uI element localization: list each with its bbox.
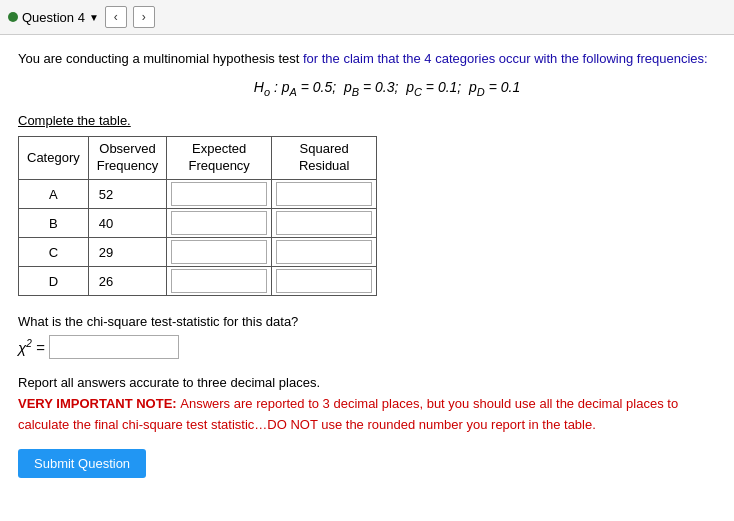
col-header-squared: SquaredResidual: [272, 137, 377, 180]
col-header-expected: ExpectedFrequency: [167, 137, 272, 180]
table-cell-observed: 29: [88, 238, 166, 267]
next-question-button[interactable]: ›: [133, 6, 155, 28]
table-cell-squared[interactable]: [272, 209, 377, 238]
table-cell-expected[interactable]: [167, 209, 272, 238]
expected-frequency-input-b[interactable]: [171, 211, 267, 235]
chi-square-input[interactable]: [49, 335, 179, 359]
question-dropdown-arrow[interactable]: ▼: [89, 12, 99, 23]
squared-residual-input-a[interactable]: [276, 182, 372, 206]
note-section: Report all answers accurate to three dec…: [18, 373, 716, 435]
submit-question-button[interactable]: Submit Question: [18, 449, 146, 478]
chi-square-question: What is the chi-square test-statistic fo…: [18, 314, 716, 329]
question-label: Question 4: [22, 10, 85, 25]
table-cell-squared[interactable]: [272, 238, 377, 267]
chi-square-row: χ2 =: [18, 335, 716, 359]
intro-blue-text: for the claim that the 4 categories occu…: [303, 51, 708, 66]
top-bar: Question 4 ▼ ‹ ›: [0, 0, 734, 35]
table-cell-observed: 26: [88, 267, 166, 296]
table-cell-observed: 52: [88, 180, 166, 209]
table-cell-category: D: [19, 267, 89, 296]
table-cell-expected[interactable]: [167, 180, 272, 209]
table-cell-category: A: [19, 180, 89, 209]
chi-square-section: What is the chi-square test-statistic fo…: [18, 314, 716, 359]
squared-residual-input-c[interactable]: [276, 240, 372, 264]
table-cell-squared[interactable]: [272, 267, 377, 296]
note-line1: Report all answers accurate to three dec…: [18, 373, 716, 394]
chi-label: χ2 =: [18, 338, 45, 356]
table-cell-category: B: [19, 209, 89, 238]
question-selector: Question 4 ▼: [8, 10, 99, 25]
prev-question-button[interactable]: ‹: [105, 6, 127, 28]
table-cell-expected[interactable]: [167, 238, 272, 267]
squared-residual-input-b[interactable]: [276, 211, 372, 235]
col-header-category: Category: [19, 137, 89, 180]
expected-frequency-input-c[interactable]: [171, 240, 267, 264]
expected-frequency-input-d[interactable]: [171, 269, 267, 293]
table-cell-observed: 40: [88, 209, 166, 238]
note-line2: VERY IMPORTANT NOTE: Answers are reporte…: [18, 394, 716, 436]
table-cell-category: C: [19, 238, 89, 267]
table-cell-expected[interactable]: [167, 267, 272, 296]
squared-residual-input-d[interactable]: [276, 269, 372, 293]
main-content: You are conducting a multinomial hypothe…: [0, 35, 734, 492]
col-header-observed: ObservedFrequency: [88, 137, 166, 180]
intro-paragraph: You are conducting a multinomial hypothe…: [18, 49, 716, 69]
expected-frequency-input-a[interactable]: [171, 182, 267, 206]
table-row: A52: [19, 180, 377, 209]
table-row: B40: [19, 209, 377, 238]
frequency-table: Category ObservedFrequency ExpectedFrequ…: [18, 136, 377, 296]
table-cell-squared[interactable]: [272, 180, 377, 209]
table-row: C29: [19, 238, 377, 267]
hypothesis-display: Ho : pA = 0.5; pB = 0.3; pC = 0.1; pD = …: [58, 79, 716, 98]
complete-table-label: Complete the table.: [18, 113, 716, 128]
note-bold-text: VERY IMPORTANT NOTE:: [18, 396, 180, 411]
question-status-dot: [8, 12, 18, 22]
table-row: D26: [19, 267, 377, 296]
